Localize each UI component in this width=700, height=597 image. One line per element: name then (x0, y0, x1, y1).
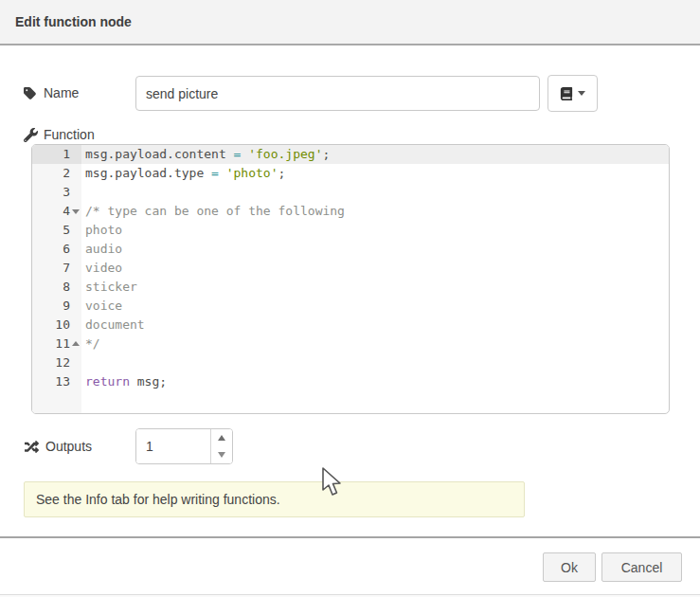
code-line[interactable]: msg.payload.content = 'foo.jpeg'; (81, 145, 669, 164)
shuffle-icon (24, 440, 40, 454)
code-line[interactable]: /* type can be one of the following (81, 202, 669, 221)
function-code-editor[interactable]: 12345678910111213 msg.payload.content = … (31, 144, 670, 414)
fold-open-icon[interactable] (72, 209, 80, 214)
gutter-line-number: 1 (32, 145, 81, 164)
outputs-label: Outputs (24, 437, 92, 456)
footer-divider (0, 536, 700, 538)
function-label-text: Function (44, 127, 95, 142)
gutter-line-number: 13 (32, 372, 81, 391)
gutter-line-number: 11 (32, 335, 81, 353)
gutter-line-number: 5 (32, 221, 81, 240)
code-line[interactable]: audio (81, 240, 669, 259)
code-lines[interactable]: msg.payload.content = 'foo.jpeg';msg.pay… (81, 145, 669, 413)
info-tip: See the Info tab for help writing functi… (24, 481, 525, 517)
spinner-buttons (210, 429, 232, 463)
dialog-header: Edit function node (0, 0, 700, 45)
edit-function-node-dialog: Edit function node Name Function 1234567… (0, 0, 700, 597)
outputs-input[interactable] (136, 429, 210, 463)
gutter-line-number: 10 (32, 316, 81, 335)
gutter-line-number: 8 (32, 278, 81, 297)
code-line[interactable]: document (81, 316, 669, 335)
code-line[interactable]: video (81, 259, 669, 278)
code-line[interactable]: photo (81, 221, 669, 240)
name-label-text: Name (44, 85, 79, 100)
caret-down-icon (578, 91, 585, 96)
gutter-line-number: 3 (32, 183, 81, 202)
gutter-line-number: 2 (32, 164, 81, 183)
gutter-line-number: 12 (32, 353, 81, 372)
tag-icon (24, 86, 38, 100)
dialog-title: Edit function node (15, 14, 132, 29)
cancel-button[interactable]: Cancel (601, 552, 682, 582)
outputs-spinner (135, 428, 233, 464)
fold-end-icon[interactable] (72, 341, 80, 346)
spinner-up-button[interactable] (211, 429, 232, 446)
code-line[interactable]: return msg; (81, 372, 669, 391)
code-line[interactable]: voice (81, 297, 669, 316)
name-label: Name (24, 83, 79, 102)
function-label: Function (24, 126, 95, 143)
gutter-line-number: 6 (32, 240, 81, 259)
code-line[interactable] (81, 183, 669, 202)
gutter-line-number: 9 (32, 297, 81, 316)
arrow-up-icon (218, 435, 225, 441)
spinner-down-button[interactable] (211, 446, 232, 463)
name-input[interactable] (135, 76, 540, 111)
book-icon (560, 87, 573, 100)
ok-button[interactable]: Ok (543, 552, 596, 582)
gutter-line-number: 7 (32, 259, 81, 278)
wrench-icon (24, 128, 38, 142)
info-tip-text: See the Info tab for help writing functi… (36, 492, 280, 507)
outputs-label-text: Outputs (45, 439, 92, 454)
gutter-line-number: 4 (32, 202, 81, 221)
code-line[interactable] (81, 353, 669, 372)
editor-gutter: 12345678910111213 (32, 145, 81, 413)
name-lookup-button[interactable] (547, 75, 598, 112)
code-line[interactable]: sticker (81, 278, 669, 297)
arrow-down-icon (218, 452, 225, 458)
code-line[interactable]: msg.payload.type = 'photo'; (81, 164, 669, 183)
code-line[interactable]: */ (81, 335, 669, 353)
